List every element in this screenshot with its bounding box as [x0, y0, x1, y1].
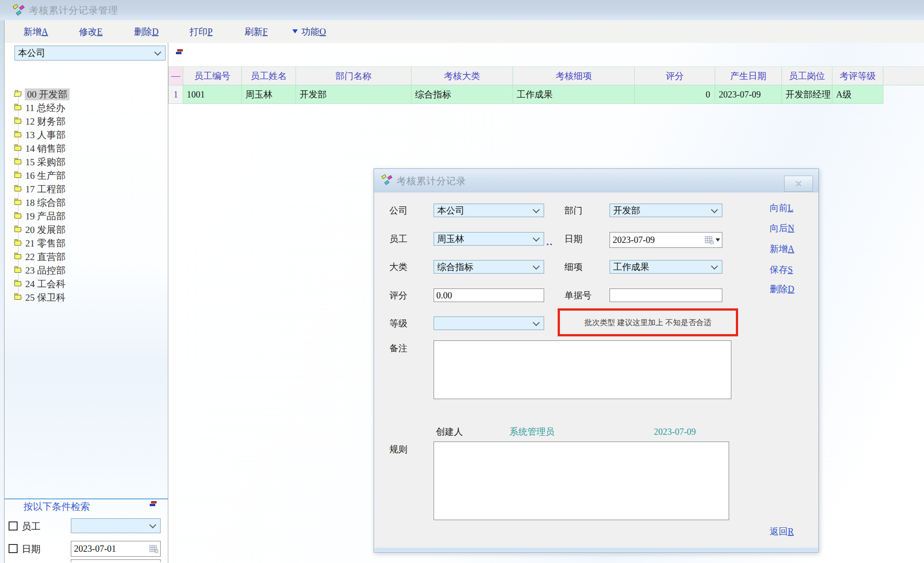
filter-date-value: 2023-07-01 [71, 544, 149, 554]
tree-item-15[interactable]: 15 采购部 [5, 155, 168, 169]
window-title: 考核累计分记录管理 [29, 0, 118, 20]
chevron-down-icon [533, 262, 540, 270]
cell-item[interactable]: 工作成果 [513, 85, 635, 103]
cell-grade[interactable]: A级 [832, 85, 883, 103]
score-label: 评分 [389, 288, 407, 302]
cell-position[interactable]: 开发部经理 [782, 85, 832, 103]
date-picker[interactable]: 2023-07-09 [610, 232, 722, 248]
tree-item-11[interactable]: 11 总经办 [5, 101, 168, 115]
folder-icon [14, 254, 21, 259]
tree-item-18[interactable]: 18 综合部 [5, 196, 168, 209]
tree-item-12[interactable]: 12 财务部 [5, 115, 168, 128]
tree-item-22[interactable]: 22 直营部 [5, 250, 168, 264]
creator-date: 2023-07-09 [654, 425, 696, 438]
collapse-panel-icon[interactable] [150, 501, 157, 507]
nav-delete-button[interactable]: 删除D [770, 282, 794, 296]
cell-employee-name[interactable]: 周玉林 [242, 85, 296, 103]
folder-icon [14, 132, 21, 137]
item-combobox[interactable]: 工作成果 [610, 260, 722, 274]
category-label: 大类 [389, 260, 407, 274]
tree-item-25[interactable]: 25 保卫科 [5, 291, 168, 304]
toolbar-edit-button[interactable]: 修改E [79, 20, 102, 43]
tree-item-23[interactable]: 23 品控部 [5, 264, 168, 277]
tree-item-21[interactable]: 21 零售部 [5, 237, 168, 250]
company-value: 本公司 [434, 205, 534, 217]
cell-score[interactable]: 0 [635, 85, 715, 103]
dialog-close-button[interactable]: ✕ [784, 176, 813, 192]
tree-item-20[interactable]: 20 发展部 [5, 223, 168, 237]
rules-textarea[interactable] [434, 442, 729, 520]
grade-combobox[interactable] [434, 316, 544, 330]
tree-item-24[interactable]: 24 工会科 [5, 277, 168, 291]
collapse-grid-icon[interactable] [176, 49, 183, 55]
company-select[interactable]: 本公司 [14, 46, 166, 60]
doc-no-input[interactable] [610, 288, 722, 302]
employee-combobox[interactable]: 周玉林 [434, 232, 544, 246]
employee-label: 员工 [389, 232, 407, 246]
company-label: 公司 [389, 204, 407, 217]
cell-date[interactable]: 2023-07-09 [715, 85, 782, 103]
calendar-icon [149, 545, 158, 553]
date-label: 日期 [564, 232, 582, 246]
folder-icon [14, 173, 21, 178]
rules-label: 规则 [389, 442, 407, 456]
grade-label: 等级 [389, 316, 407, 330]
toolbar-refresh-button[interactable]: 刷新F [245, 20, 268, 43]
table-header-row: — 员工编号 员工姓名 部门名称 考核大类 考核细项 评分 产生日期 员工岗位 … [168, 66, 924, 85]
nav-back-button[interactable]: 返回R [770, 525, 794, 538]
department-combobox[interactable]: 开发部 [610, 204, 722, 217]
filter-extra-input[interactable] [71, 559, 161, 562]
filter-date-input[interactable]: 2023-07-01 [71, 541, 161, 557]
score-input[interactable] [434, 288, 544, 302]
nav-save-button[interactable]: 保存S [770, 263, 793, 276]
date-value: 2023-07-09 [610, 235, 705, 245]
dialog-titlebar: 考核累计分记录 ✕ [374, 169, 818, 192]
column-header-employee-id[interactable]: 员工编号 [183, 67, 242, 85]
toolbar: 新增A 修改E 删除D 打印P 刷新F 功能O [0, 20, 924, 43]
toolbar-function-button[interactable]: 功能O [292, 20, 326, 43]
column-header-item[interactable]: 考核细项 [513, 67, 635, 85]
chevron-down-icon [711, 206, 718, 213]
tree-item-00[interactable]: 00 开发部 [5, 88, 168, 101]
item-value: 工作成果 [610, 261, 712, 273]
nav-add-button[interactable]: 新增A [770, 242, 794, 256]
nav-next-button[interactable]: 向后N [770, 221, 794, 235]
cell-category[interactable]: 综合指标 [411, 85, 513, 103]
dropdown-arrow-icon [716, 238, 720, 242]
column-header-grade[interactable]: 考评等级 [832, 67, 883, 85]
column-header-selector[interactable]: — [168, 67, 183, 85]
remarks-textarea[interactable] [434, 340, 731, 399]
tree-item-19[interactable]: 19 产品部 [5, 209, 168, 223]
tree-item-14[interactable]: 14 销售部 [5, 142, 168, 155]
employee-browse-button[interactable]: .. [546, 235, 553, 249]
column-header-score[interactable]: 评分 [635, 67, 715, 85]
tree-item-17[interactable]: 17 工程部 [5, 182, 168, 196]
column-header-category[interactable]: 考核大类 [411, 67, 513, 85]
filter-row-employee: 员工 [5, 518, 168, 535]
column-header-employee-name[interactable]: 员工姓名 [242, 67, 296, 85]
company-combobox[interactable]: 本公司 [434, 204, 544, 217]
chevron-down-icon [533, 234, 540, 242]
toolbar-print-button[interactable]: 打印P [189, 20, 213, 43]
category-combobox[interactable]: 综合指标 [434, 260, 544, 274]
column-header-department[interactable]: 部门名称 [296, 67, 411, 85]
toolbar-add-button[interactable]: 新增A [23, 20, 48, 43]
cell-department[interactable]: 开发部 [296, 85, 411, 103]
filter-employee-select[interactable] [71, 518, 161, 533]
column-header-date[interactable]: 产生日期 [715, 67, 782, 85]
filter-date-checkbox[interactable] [9, 544, 18, 553]
filter-employee-checkbox[interactable] [9, 521, 18, 530]
folder-icon [14, 186, 21, 191]
calendar-icon [705, 236, 714, 244]
folder-icon [14, 146, 21, 151]
chevron-down-icon [533, 206, 540, 213]
app-icon [13, 4, 26, 17]
column-header-position[interactable]: 员工岗位 [782, 67, 832, 85]
tree-item-13[interactable]: 13 人事部 [5, 128, 168, 142]
cell-employee-id[interactable]: 1001 [183, 85, 242, 103]
toolbar-delete-button[interactable]: 删除D [134, 20, 158, 43]
table-row[interactable]: 1 1001 周玉林 开发部 综合指标 工作成果 0 2023-07-09 开发… [168, 85, 883, 104]
row-number-cell[interactable]: 1 [168, 85, 183, 103]
tree-item-16[interactable]: 16 生产部 [5, 169, 168, 182]
nav-previous-button[interactable]: 向前L [770, 201, 793, 214]
